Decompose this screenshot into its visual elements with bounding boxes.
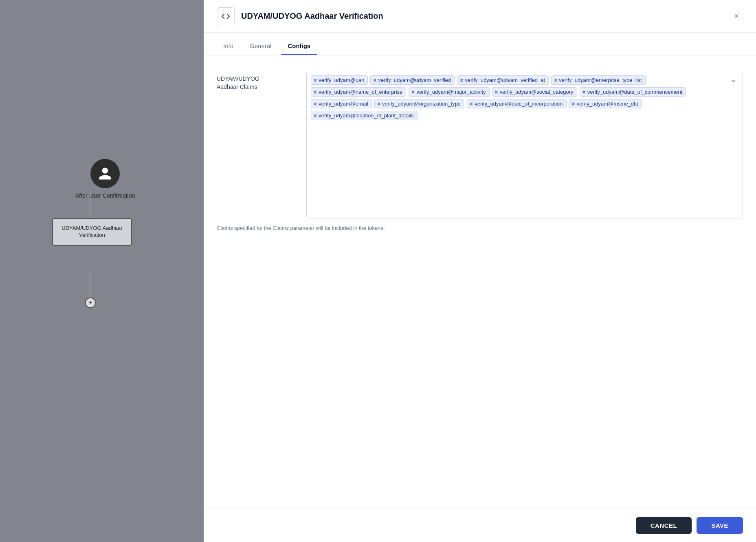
tag-remove-button[interactable]: × [411, 89, 415, 95]
close-button[interactable]: × [730, 10, 743, 23]
tag-remove-button[interactable]: × [314, 113, 317, 119]
config-panel: UDYAM/UDYOG Aadhaar Verification × Info … [204, 0, 756, 542]
tag-remove-button[interactable]: × [314, 101, 317, 107]
claim-tag: ×verify_udyam@organization_type [374, 99, 464, 108]
claim-tag: ×verify_udyam@uan [311, 75, 368, 85]
claim-tag: ×verify_udyam@location_of_plant_details [311, 111, 418, 120]
tag-remove-button[interactable]: × [314, 89, 317, 95]
panel-header: UDYAM/UDYOG Aadhaar Verification × [204, 0, 756, 33]
add-node-button[interactable]: + [85, 297, 96, 308]
save-button[interactable]: SAVE [697, 517, 743, 534]
tag-remove-button[interactable]: × [377, 101, 380, 107]
tag-remove-button[interactable]: × [582, 89, 586, 95]
claim-tag: ×verify_udyam@udyam_verified_at [457, 75, 549, 85]
claim-tag: ×verify_udyam@email [311, 99, 372, 108]
cancel-button[interactable]: CANCEL [636, 517, 692, 534]
claim-tag: ×verify_udyam@major_activity [409, 87, 489, 97]
flow-area: After User Confirmation UDYAM/UDYOG Aadh… [0, 0, 204, 542]
tag-remove-button[interactable]: × [495, 89, 498, 95]
flow-connector-bottom [90, 272, 90, 297]
tag-remove-button[interactable]: × [460, 77, 463, 83]
panel-content: UDYAM/UDYOG Aadhaar Claims ×verify_udyam… [204, 55, 756, 509]
claim-tag: ×verify_udyam@date_of_commencement [580, 87, 686, 97]
panel-title: UDYAM/UDYOG Aadhaar Verification [241, 11, 730, 21]
code-icon-button[interactable] [217, 7, 235, 25]
claim-tag: ×verify_udyam@udyam_verified [370, 75, 455, 85]
claims-tags-container[interactable]: ×verify_udyam@uan×verify_udyam@udyam_ver… [306, 72, 743, 218]
chevron-down-icon [731, 78, 736, 84]
tag-remove-button[interactable]: × [470, 101, 473, 107]
udyam-node-label: UDYAM/UDYOG AadhaarVerification [62, 225, 122, 239]
tags-dropdown-button[interactable] [729, 76, 738, 86]
user-icon [98, 166, 112, 181]
tab-info[interactable]: Info [217, 42, 240, 55]
tag-remove-button[interactable]: × [373, 77, 376, 83]
user-avatar [90, 159, 120, 188]
tag-remove-button[interactable]: × [314, 77, 317, 83]
claim-tag: ×verify_udyam@msme_dfo [569, 99, 642, 108]
claim-tag: ×verify_udyam@date_of_incorporation [467, 99, 566, 108]
panel-tabs: Info General Configs [204, 33, 756, 55]
tag-remove-button[interactable]: × [554, 77, 557, 83]
flow-node-user: After User Confirmation [75, 159, 135, 199]
after-user-confirmation-label: After User Confirmation [75, 192, 135, 199]
tag-remove-button[interactable]: × [572, 101, 575, 107]
claim-tag: ×verify_udyam@enterprise_type_list [551, 75, 645, 85]
claims-label: UDYAM/UDYOG Aadhaar Claims [217, 72, 290, 91]
udyam-node-box[interactable]: UDYAM/UDYOG AadhaarVerification [52, 218, 132, 246]
tab-configs[interactable]: Configs [281, 42, 317, 55]
claim-tag: ×verify_udyam@name_of_enterprise [311, 87, 406, 97]
config-row-claims: UDYAM/UDYOG Aadhaar Claims ×verify_udyam… [217, 72, 743, 218]
flow-connector-top [90, 192, 90, 217]
claims-hint-text: Claims specified by the Claims parameter… [217, 225, 743, 231]
tab-general[interactable]: General [243, 42, 278, 55]
claim-tag: ×verify_udyam@social_category [492, 87, 577, 97]
code-icon [221, 12, 230, 21]
tags-wrapper: ×verify_udyam@uan×verify_udyam@udyam_ver… [311, 75, 738, 120]
panel-footer: CANCEL SAVE [204, 509, 756, 542]
